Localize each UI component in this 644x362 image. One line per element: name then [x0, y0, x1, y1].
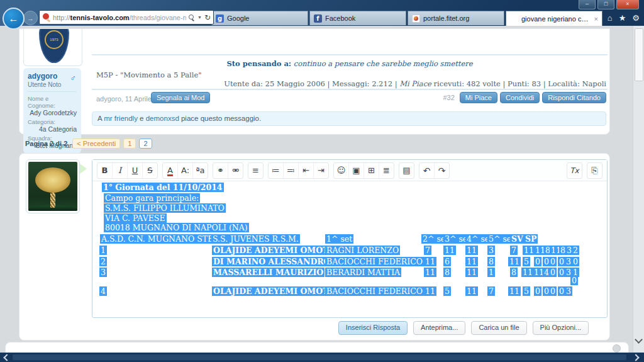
browser-tab[interactable]: fFacebook [309, 11, 406, 25]
editor-selected-text: RAGNI LORENZO [325, 246, 400, 255]
editor-selected-text: 3 [99, 268, 107, 277]
horizontal-scroll-thumb[interactable] [13, 354, 626, 360]
undo-icon[interactable]: ↶ [419, 163, 435, 178]
footer-divider [92, 89, 608, 90]
remove-formatting-icon[interactable]: Tx [567, 163, 582, 178]
tab-label: giovane nigeriano cerca clu... [521, 15, 591, 23]
vertical-scrollbar[interactable] [633, 26, 644, 353]
maximize-button[interactable]: □ [597, 0, 614, 9]
report-to-mod-button[interactable]: Segnala ai Mod [151, 92, 210, 103]
editor-selected-text: 4 [99, 286, 107, 296]
address-bar[interactable]: http://tennis-tavolo.com/threads/giovane… [39, 10, 214, 25]
editor-selected-text: 11 [465, 257, 478, 266]
scroll-left-icon[interactable] [3, 354, 10, 361]
page-button[interactable]: < Precedenti [72, 139, 120, 149]
anteprima-button[interactable]: Anteprima... [413, 321, 465, 335]
font-size-icon[interactable]: A: [178, 163, 193, 178]
tab-close-icon[interactable]: × [594, 15, 598, 23]
ordered-list-icon[interactable]: ≕ [284, 163, 299, 178]
page-button[interactable]: 1 [123, 139, 136, 149]
liker-link-1[interactable]: mr friendly [104, 115, 138, 122]
outdent-icon[interactable]: ⇤ [299, 163, 314, 178]
scroll-down-icon[interactable] [635, 336, 643, 344]
toolbar-group: Tx [567, 162, 582, 179]
user-avatar[interactable]: 1973 [23, 29, 82, 66]
unlink-icon[interactable]: ⚮ [228, 163, 243, 178]
vertical-scroll-thumb[interactable] [635, 28, 643, 81]
editor-content-area[interactable]: 1° Giornata del 11/10/2014Campo gara pri… [92, 181, 607, 317]
editor-selected-text: 11 [521, 268, 534, 277]
forward-button[interactable]: → [23, 11, 38, 25]
signature-label: Sto pensando a: [226, 59, 291, 68]
carica-un-file-button[interactable]: Carica un file [471, 321, 526, 335]
avatar-callout-arrow [80, 164, 87, 174]
home-icon[interactable]: ⌂ [608, 13, 613, 23]
reply-user-avatar[interactable] [26, 159, 80, 213]
condividi-button[interactable]: Condividi [500, 92, 540, 103]
favorites-star-icon[interactable]: ★ [619, 13, 626, 23]
tab-label: Facebook [325, 14, 402, 22]
indent-icon[interactable]: ⇥ [314, 163, 328, 178]
toolbar-group: AA:ªa [162, 162, 208, 179]
editor-selected-text: Campo gara principale: [104, 193, 200, 203]
minimize-button[interactable]: – [579, 0, 596, 9]
post-number[interactable]: #32 [443, 94, 454, 101]
bold-icon[interactable]: B [97, 163, 113, 178]
smilies-icon[interactable]: ☺ [334, 163, 349, 178]
mi-piace-button[interactable]: Mi Piace [460, 92, 497, 103]
italic-icon[interactable]: I [113, 163, 128, 178]
paddle-favicon [510, 14, 518, 23]
close-button[interactable]: × [616, 0, 639, 9]
underline-icon[interactable]: U [128, 163, 143, 178]
footer-circle-icon[interactable] [613, 344, 621, 353]
post-action-buttons: #32 Mi PiaceCondividiRispondi Citando [443, 92, 606, 103]
inserisci-risposta-button[interactable]: Inserisci Risposta [338, 321, 408, 335]
refresh-icon[interactable]: ↻ [204, 13, 211, 22]
insert-link-icon[interactable]: ⚭ [213, 163, 228, 178]
settings-gear-icon[interactable]: ⚙ [632, 13, 640, 23]
browser-tab[interactable]: gGoogle [211, 11, 308, 25]
pi-opzioni-button[interactable]: Più Opzioni... [533, 321, 589, 335]
insert-media-icon[interactable]: ⊞ [364, 163, 379, 178]
horizontal-scrollbar[interactable] [0, 353, 644, 362]
url-text[interactable]: http://tennis-tavolo.com/threads/giovane… [53, 14, 186, 21]
editor-selected-text: DI MARINO ALESSANDRO [212, 257, 332, 266]
search-icon[interactable] [189, 14, 195, 21]
font-family-icon[interactable]: ªa [193, 163, 208, 178]
text-color-icon[interactable]: A [163, 163, 178, 178]
rispondi-citando-button[interactable]: Rispondi Citando [542, 92, 606, 103]
editor-selected-text: 0 [572, 257, 579, 266]
user-field-label: Nome e Cognome: [28, 95, 77, 109]
scroll-right-icon[interactable] [632, 354, 639, 361]
editor-selected-text: 0 [549, 257, 557, 266]
editor-selected-text: 2 [572, 246, 579, 255]
editor-selected-text: 5 [443, 286, 451, 296]
editor-selected-text: 1^ set [325, 234, 353, 244]
tree-avatar-image [28, 162, 77, 211]
redo-icon[interactable]: ↷ [435, 163, 449, 178]
editor-selected-text: 2 [99, 257, 107, 266]
toolbar-group: BIUS [97, 162, 158, 179]
editor-selected-text: 0 [549, 286, 557, 296]
pagination-bar: Pagina 2 di 2 < Precedenti12 [25, 139, 152, 149]
editor-selected-text: 11 [508, 286, 521, 296]
browser-tab[interactable]: portale.fitet.org [408, 11, 504, 25]
back-button[interactable]: ← [3, 8, 25, 30]
bbcode-toggle-icon[interactable]: ⎘ [587, 163, 602, 178]
liker-link-2[interactable]: demonxsd [146, 115, 179, 122]
google-favicon: g [216, 14, 224, 23]
browser-tab[interactable]: giovane nigeriano cerca clu...× [506, 11, 602, 26]
alignment-icon[interactable]: ≡ [248, 163, 263, 178]
insert-image-icon[interactable]: ▣ [349, 163, 364, 178]
strikethrough-icon[interactable]: S [143, 163, 157, 178]
avatar-ground [28, 205, 77, 211]
page-button[interactable]: 2 [139, 139, 152, 149]
signature-divider [92, 54, 608, 55]
toolbar-group: ☺▣⊞≣ [333, 162, 394, 179]
editor-selected-text: 8 [487, 257, 495, 266]
unordered-list-icon[interactable]: ≔ [269, 163, 284, 178]
url-path: /threads/giovane-nigeriano- [130, 14, 186, 21]
insert-quote-icon[interactable]: ≣ [379, 163, 394, 178]
address-dropdown-icon[interactable]: ▼ [197, 15, 202, 20]
save-draft-icon[interactable]: ▤ [399, 163, 414, 178]
